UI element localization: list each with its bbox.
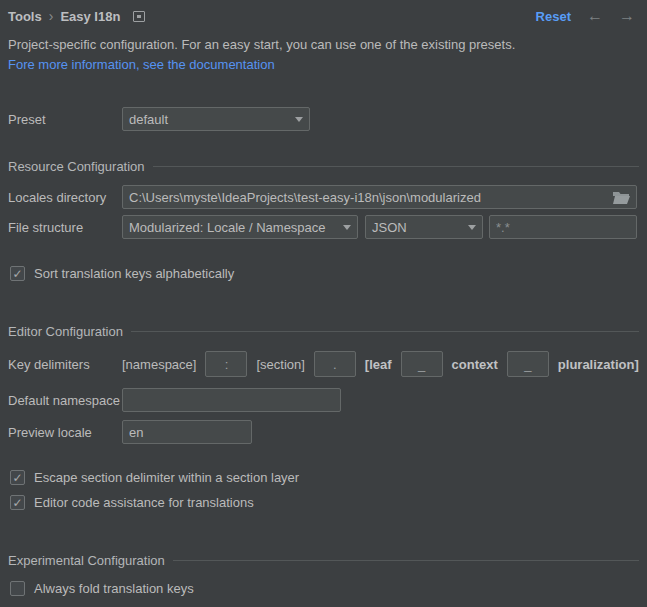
breadcrumb: Tools › Easy I18n: [8, 9, 145, 24]
namespace-delimiter-field: [205, 351, 247, 377]
context-label: context: [452, 357, 498, 372]
plural-delimiter-field: [507, 351, 549, 377]
settings-page: Tools › Easy I18n Reset ← → Project-spec…: [0, 0, 647, 607]
escape-section-checkbox[interactable]: ✓: [10, 470, 25, 485]
checkmark-icon: ✓: [12, 268, 22, 280]
preset-label: Preset: [8, 112, 122, 127]
sort-keys-checkbox-row[interactable]: ✓ Sort translation keys alphabetically: [10, 266, 647, 281]
file-pattern-field: [489, 215, 637, 239]
key-delimiters-label: Key delimiters: [8, 357, 122, 372]
section-divider: [131, 331, 639, 332]
chevron-down-icon: [295, 117, 303, 122]
pluralization-bracket-label: pluralization]: [558, 357, 639, 372]
chevron-down-icon: [343, 225, 351, 230]
key-delimiters-controls: [namespace] [section] [leaf context plur…: [122, 351, 639, 377]
locales-directory-row: Locales directory: [8, 185, 647, 209]
file-format-selected-value: JSON: [372, 220, 407, 235]
file-format-select[interactable]: JSON: [365, 215, 483, 239]
file-structure-row: File structure Modularized: Locale / Nam…: [8, 215, 647, 239]
file-structure-label: File structure: [8, 220, 122, 235]
default-namespace-label: Default namespace: [8, 393, 122, 408]
chevron-right-icon: ›: [49, 9, 54, 23]
editor-section-header: Editor Configuration: [8, 324, 647, 339]
context-delimiter-field: [401, 351, 443, 377]
documentation-link[interactable]: Fore more information, see the documenta…: [8, 57, 275, 72]
always-fold-label: Always fold translation keys: [34, 581, 194, 596]
context-delimiter-input[interactable]: [404, 357, 440, 372]
locales-directory-field: [122, 185, 637, 209]
namespace-bracket-label: [namespace]: [122, 357, 196, 372]
editor-section-title: Editor Configuration: [8, 324, 123, 339]
always-fold-checkbox-row[interactable]: ✓ Always fold translation keys: [10, 581, 647, 596]
experimental-section-header: Experimental Configuration: [8, 553, 647, 568]
reset-button[interactable]: Reset: [536, 9, 571, 24]
leaf-bracket-label: [leaf: [365, 357, 392, 372]
sort-keys-label: Sort translation keys alphabetically: [34, 266, 234, 281]
section-divider: [173, 560, 639, 561]
file-structure-select[interactable]: Modularized: Locale / Namespace: [122, 215, 358, 239]
preset-row: Preset default: [8, 107, 647, 131]
preview-locale-field: [122, 420, 252, 444]
default-namespace-row: Default namespace: [8, 388, 647, 412]
preset-selected-value: default: [129, 112, 168, 127]
sort-keys-checkbox[interactable]: ✓: [10, 266, 25, 281]
namespace-delimiter-input[interactable]: [208, 357, 244, 372]
preview-locale-label: Preview locale: [8, 425, 122, 440]
code-assistance-label: Editor code assistance for translations: [34, 495, 254, 510]
plural-delimiter-input[interactable]: [510, 357, 546, 372]
section-delimiter-field: [314, 351, 356, 377]
section-delimiter-input[interactable]: [317, 357, 353, 372]
resource-section-header: Resource Configuration: [8, 159, 647, 174]
locales-directory-label: Locales directory: [8, 190, 122, 205]
escape-section-checkbox-row[interactable]: ✓ Escape section delimiter within a sect…: [10, 470, 647, 485]
chevron-down-icon: [468, 225, 476, 230]
section-bracket-label: [section]: [256, 357, 304, 372]
header-actions: Reset ← →: [536, 8, 635, 24]
checkmark-icon: ✓: [12, 497, 22, 509]
preview-locale-row: Preview locale: [8, 420, 647, 444]
breadcrumb-item-tools[interactable]: Tools: [8, 9, 42, 24]
code-assistance-checkbox[interactable]: ✓: [10, 495, 25, 510]
header: Tools › Easy I18n Reset ← →: [0, 0, 647, 24]
default-namespace-field: [122, 388, 341, 412]
experimental-section-title: Experimental Configuration: [8, 553, 165, 568]
key-delimiters-row: Key delimiters [namespace] [section] [le…: [8, 351, 647, 377]
escape-section-label: Escape section delimiter within a sectio…: [34, 470, 299, 485]
locales-directory-input[interactable]: [129, 190, 607, 205]
file-structure-selected-value: Modularized: Locale / Namespace: [129, 220, 326, 235]
section-divider: [153, 166, 639, 167]
editor-preview-icon[interactable]: [133, 11, 145, 22]
file-pattern-input[interactable]: [496, 220, 630, 235]
forward-arrow-icon[interactable]: →: [619, 8, 635, 24]
back-arrow-icon[interactable]: ←: [587, 8, 603, 24]
preview-locale-input[interactable]: [129, 425, 245, 440]
default-namespace-input[interactable]: [129, 393, 334, 408]
code-assistance-checkbox-row[interactable]: ✓ Editor code assistance for translation…: [10, 495, 647, 510]
breadcrumb-item-easy-i18n: Easy I18n: [60, 9, 120, 24]
checkmark-icon: ✓: [12, 472, 22, 484]
folder-icon[interactable]: [613, 191, 630, 204]
preset-select[interactable]: default: [122, 107, 310, 131]
resource-section-title: Resource Configuration: [8, 159, 145, 174]
always-fold-checkbox[interactable]: ✓: [10, 581, 25, 596]
description-text: Project-specific configuration. For an e…: [8, 37, 647, 52]
